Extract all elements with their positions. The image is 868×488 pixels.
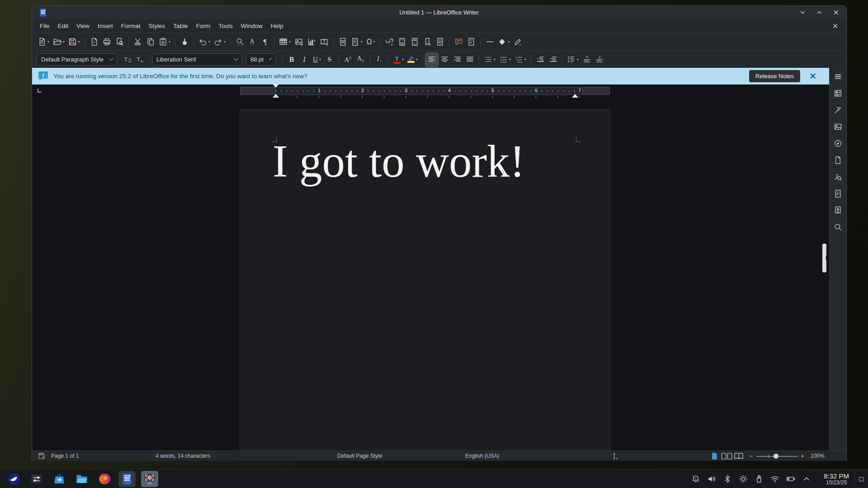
justify-button[interactable] (463, 53, 476, 66)
window-close-icon[interactable] (832, 9, 840, 16)
font-size-combo[interactable]: 88 pt (246, 53, 276, 66)
view-book-button[interactable] (734, 451, 744, 461)
new-document-button[interactable]: ▾ (36, 35, 51, 49)
insert-hyperlink-button[interactable] (383, 35, 396, 49)
track-changes-button[interactable] (465, 35, 477, 49)
insert-endnote-button[interactable]: i (408, 35, 421, 49)
zoom-slider-thumb[interactable] (774, 454, 778, 459)
new-style-button[interactable]: T (133, 53, 146, 66)
document-page[interactable]: I got to work! (240, 110, 610, 450)
dropdown-arrow-icon[interactable]: ▾ (361, 40, 363, 44)
menu-insert[interactable]: Insert (94, 21, 117, 31)
gallery-button[interactable] (831, 121, 845, 132)
menu-form[interactable]: Form (192, 21, 215, 31)
insert-image-button[interactable] (292, 35, 305, 49)
subscript-button[interactable]: AB (354, 53, 367, 66)
update-style-button[interactable]: T (121, 53, 133, 66)
sidebar-settings-button[interactable] (831, 71, 845, 82)
numbered-list-button[interactable]: 123▾ (497, 53, 513, 66)
zoom-out-button[interactable]: − (749, 451, 753, 461)
menu-window[interactable]: Window (237, 21, 267, 31)
firefox-button[interactable] (96, 471, 113, 487)
writer-task-button[interactable] (118, 471, 136, 487)
insert-chart-button[interactable] (305, 35, 318, 49)
dropdown-arrow-icon[interactable]: ▾ (319, 57, 321, 61)
view-single-page-button[interactable] (711, 451, 718, 461)
dropdown-arrow-icon[interactable]: ▾ (47, 40, 49, 44)
horizontal-line-button[interactable] (483, 35, 496, 49)
zoom-slider[interactable] (756, 456, 798, 457)
styles-button[interactable]: T (831, 104, 845, 115)
screenshot-tool-button[interactable] (141, 471, 158, 487)
dropdown-arrow-icon[interactable]: ▾ (169, 40, 170, 44)
notifications-muted-icon[interactable] (691, 474, 700, 483)
discover-button[interactable] (51, 471, 68, 487)
dropdown-arrow-icon[interactable]: ▾ (509, 57, 511, 61)
insert-cross-reference-button[interactable] (434, 35, 446, 49)
dropdown-arrow-icon[interactable]: ▾ (289, 40, 291, 44)
tab-stop-type-selector[interactable] (38, 89, 42, 93)
menu-help[interactable]: Help (267, 21, 288, 31)
wifi-icon[interactable] (770, 474, 779, 483)
brightness-icon[interactable] (739, 474, 748, 483)
basic-shapes-button[interactable]: ▾ (496, 35, 511, 49)
increase-indent-button[interactable] (534, 53, 547, 66)
align-right-button[interactable] (451, 53, 463, 66)
dropdown-arrow-icon[interactable]: ▾ (402, 57, 404, 61)
menu-edit[interactable]: Edit (54, 21, 72, 31)
window-maximize-icon[interactable] (816, 9, 823, 16)
menu-file[interactable]: File (36, 21, 54, 31)
page-number-status[interactable]: Page 1 of 1 (51, 451, 79, 461)
battery-icon[interactable] (786, 474, 795, 483)
special-character-button[interactable]: Ω▾ (364, 35, 377, 49)
close-document-icon[interactable] (831, 22, 843, 30)
manage-changes-button[interactable] (831, 188, 845, 199)
print-preview-button[interactable] (113, 35, 126, 49)
page-style-status[interactable]: Default Page Style (337, 451, 382, 461)
bullet-list-button[interactable]: ▾ (482, 53, 497, 66)
file-manager-button[interactable] (73, 471, 90, 487)
find-replace-button[interactable] (233, 35, 246, 49)
window-minimize-icon[interactable] (799, 9, 807, 16)
clone-formatting-button[interactable] (178, 35, 191, 49)
menu-format[interactable]: Format (117, 21, 145, 31)
zoom-in-button[interactable]: + (801, 451, 804, 461)
insert-comment-button[interactable] (452, 35, 465, 49)
font-name-combo[interactable]: Liberation Serif (152, 53, 242, 66)
paste-button[interactable]: ▾ (157, 35, 172, 49)
language-status[interactable]: English (USA) (465, 451, 499, 461)
accessibility-check-button[interactable] (831, 205, 845, 216)
dropdown-arrow-icon[interactable]: ▾ (208, 40, 210, 44)
font-color-button[interactable]: T▾ (392, 53, 406, 66)
titlebar[interactable]: Untitled 1 — LibreOffice Writer (32, 6, 846, 19)
insert-footnote-button[interactable]: 1 (396, 35, 408, 49)
app-launcher-button[interactable] (5, 471, 23, 487)
insert-field-button[interactable]: 1▾ (349, 35, 364, 49)
volume-icon[interactable]: > (707, 474, 716, 483)
horizontal-ruler[interactable]: 1234567 (240, 87, 610, 95)
increase-para-spacing-button[interactable] (580, 53, 593, 66)
tray-expand-icon[interactable] (802, 474, 811, 483)
superscript-button[interactable]: AB (342, 53, 354, 66)
spelling-button[interactable]: A (246, 35, 259, 49)
undo-button[interactable]: ▾ (197, 35, 212, 49)
insert-table-button[interactable]: ▾ (277, 35, 292, 49)
decrease-para-spacing-button[interactable] (593, 53, 606, 66)
dropdown-arrow-icon[interactable]: ▾ (508, 40, 509, 44)
formatting-marks-button[interactable]: ¶ (259, 35, 271, 49)
copy-button[interactable] (144, 35, 157, 49)
redo-button[interactable]: ▾ (212, 35, 227, 49)
save-status-icon[interactable] (38, 451, 45, 461)
navigator-button[interactable] (831, 138, 845, 149)
insert-bookmark-button[interactable] (421, 35, 434, 49)
draw-functions-button[interactable] (511, 35, 524, 49)
align-center-button[interactable] (438, 53, 451, 66)
dropdown-arrow-icon[interactable]: ▾ (416, 57, 418, 61)
insert-textbox-button[interactable]: T (318, 35, 330, 49)
system-settings-button[interactable] (28, 471, 45, 487)
align-left-button[interactable] (425, 53, 438, 66)
infobar-close-icon[interactable]: ✕ (809, 72, 816, 80)
italic-button[interactable]: I (298, 53, 311, 66)
highlight-color-button[interactable]: ▾ (406, 53, 420, 66)
properties-button[interactable] (831, 88, 845, 99)
